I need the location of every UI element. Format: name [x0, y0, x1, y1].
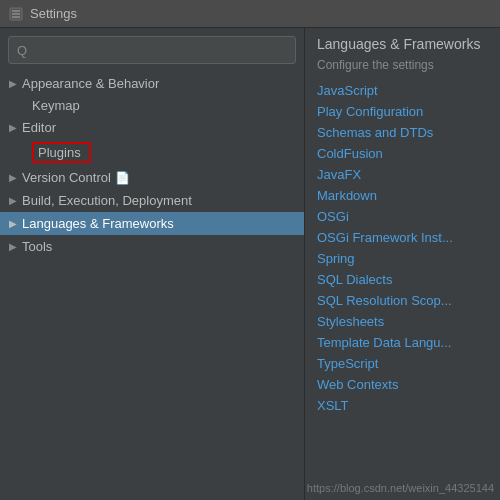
search-icon: Q	[17, 43, 27, 58]
sidebar-label-languages: Languages & Frameworks	[22, 216, 174, 231]
watermark: https://blog.csdn.net/weixin_44325144	[307, 482, 494, 494]
right-panel-subtitle: Configure the settings	[317, 58, 488, 72]
right-list-item[interactable]: Markdown	[317, 185, 488, 206]
sidebar-label-tools: Tools	[22, 239, 52, 254]
sidebar-item-editor[interactable]: ▶ Editor	[0, 116, 304, 139]
plugins-highlight-box: Plugins	[32, 142, 91, 163]
right-list-item[interactable]: SQL Resolution Scop...	[317, 290, 488, 311]
search-bar[interactable]: Q	[8, 36, 296, 64]
main-container: Q ▶ Appearance & Behavior Keymap ▶ Edito…	[0, 28, 500, 500]
arrow-icon-lang: ▶	[6, 217, 20, 231]
arrow-icon-tools: ▶	[6, 240, 20, 254]
right-list-item[interactable]: Stylesheets	[317, 311, 488, 332]
sidebar-item-appearance[interactable]: ▶ Appearance & Behavior	[0, 72, 304, 95]
sidebar-item-build[interactable]: ▶ Build, Execution, Deployment	[0, 189, 304, 212]
arrow-icon-editor: ▶	[6, 121, 20, 135]
right-list-item[interactable]: OSGi	[317, 206, 488, 227]
tree: ▶ Appearance & Behavior Keymap ▶ Editor …	[0, 70, 304, 500]
sidebar-label-vc: Version Control	[22, 170, 111, 185]
arrow-icon-build: ▶	[6, 194, 20, 208]
file-icon: 📄	[115, 171, 130, 185]
right-list-item[interactable]: XSLT	[317, 395, 488, 416]
right-list-item[interactable]: Play Configuration	[317, 101, 488, 122]
right-list-item[interactable]: Web Contexts	[317, 374, 488, 395]
settings-icon	[8, 6, 24, 22]
right-list-item[interactable]: ColdFusion	[317, 143, 488, 164]
right-list-item[interactable]: JavaScript	[317, 80, 488, 101]
sidebar-label-appearance: Appearance & Behavior	[22, 76, 159, 91]
sidebar-item-keymap[interactable]: Keymap	[0, 95, 304, 116]
right-list-item[interactable]: Template Data Langu...	[317, 332, 488, 353]
right-list-item[interactable]: OSGi Framework Inst...	[317, 227, 488, 248]
left-panel: Q ▶ Appearance & Behavior Keymap ▶ Edito…	[0, 28, 305, 500]
sidebar-item-plugins[interactable]: Plugins	[0, 139, 304, 166]
sidebar-item-tools[interactable]: ▶ Tools	[0, 235, 304, 258]
right-panel-list: JavaScriptPlay ConfigurationSchemas and …	[317, 80, 488, 416]
sidebar-label-plugins: Plugins	[38, 145, 81, 160]
title-bar: Settings	[0, 0, 500, 28]
sidebar-label-editor: Editor	[22, 120, 56, 135]
right-list-item[interactable]: Schemas and DTDs	[317, 122, 488, 143]
arrow-icon: ▶	[6, 77, 20, 91]
right-list-item[interactable]: Spring	[317, 248, 488, 269]
arrow-icon-vc: ▶	[6, 171, 20, 185]
sidebar-label-keymap: Keymap	[32, 98, 80, 113]
right-list-item[interactable]: TypeScript	[317, 353, 488, 374]
sidebar-item-languages[interactable]: ▶ Languages & Frameworks	[0, 212, 304, 235]
right-panel: Languages & Frameworks Configure the set…	[305, 28, 500, 500]
right-panel-title: Languages & Frameworks	[317, 36, 488, 52]
title-bar-text: Settings	[30, 6, 77, 21]
right-list-item[interactable]: SQL Dialects	[317, 269, 488, 290]
sidebar-label-build: Build, Execution, Deployment	[22, 193, 192, 208]
sidebar-item-version-control[interactable]: ▶ Version Control 📄	[0, 166, 304, 189]
right-list-item[interactable]: JavaFX	[317, 164, 488, 185]
